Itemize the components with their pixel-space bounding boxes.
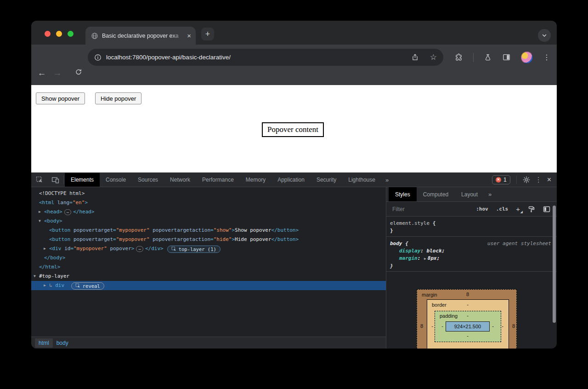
tab-close-icon[interactable]: × xyxy=(187,32,191,39)
close-window-button[interactable] xyxy=(45,31,51,37)
expand-arrow-open-icon[interactable]: ▼ xyxy=(34,272,36,281)
browser-menu-icon[interactable]: ⋮ xyxy=(543,53,550,62)
reload-icon xyxy=(75,68,83,76)
dom-tree-node[interactable]: <button popovertarget="mypopover" popove… xyxy=(31,226,386,235)
expand-shorthand-icon[interactable]: ▶ xyxy=(424,257,428,261)
new-style-rule-button[interactable]: +◢ xyxy=(516,205,520,213)
expand-arrow-open-icon[interactable]: ▼ xyxy=(39,217,41,226)
address-bar[interactable]: localhost:7800/popover-api/basic-declara… xyxy=(88,49,443,66)
css-property-display[interactable]: display: block; xyxy=(390,247,552,255)
zoom-window-button[interactable] xyxy=(68,31,74,37)
more-tabs-icon[interactable]: » xyxy=(381,173,392,187)
site-info-icon[interactable] xyxy=(94,54,102,61)
devtools-tab-console[interactable]: Console xyxy=(100,173,132,187)
devtools-tab-memory[interactable]: Memory xyxy=(240,173,271,187)
settings-gear-icon[interactable] xyxy=(523,176,530,183)
breadcrumb-body[interactable]: body xyxy=(53,338,72,348)
element-style-rule[interactable]: element.style { } xyxy=(386,217,557,237)
dom-tree-node[interactable]: <!DOCTYPE html> xyxy=(31,189,386,198)
devtools-tab-performance[interactable]: Performance xyxy=(196,173,240,187)
element-style-selector: element.style xyxy=(390,220,430,226)
inspect-element-icon[interactable] xyxy=(31,173,48,187)
box-model-diagram[interactable]: margin border padding 924×21.500 8 - xyxy=(386,286,557,349)
styles-sidebar: StylesComputedLayout» :hov .cls +◢ xyxy=(386,187,557,349)
padding-right-value[interactable]: - xyxy=(488,323,498,329)
toggle-hover-state-button[interactable]: :hov xyxy=(476,206,488,212)
border-left-value[interactable]: - xyxy=(427,323,437,329)
collapsed-children-icon[interactable]: … xyxy=(136,246,143,252)
sidebar-scrollbar[interactable] xyxy=(553,206,556,323)
top-layer-badge[interactable]: top-layer (1) xyxy=(167,246,220,253)
hide-popover-button[interactable]: Hide popover xyxy=(95,92,141,104)
devtools-tab-network[interactable]: Network xyxy=(164,173,196,187)
devtools-tab-sources[interactable]: Sources xyxy=(132,173,164,187)
dom-tree-node[interactable]: ▼<body> xyxy=(31,217,386,226)
dom-tree-node[interactable]: <button popovertarget="mypopover" popove… xyxy=(31,235,386,244)
border-top-value[interactable]: - xyxy=(463,302,473,307)
dom-tree-node-selected[interactable]: ▶↳ div reveal xyxy=(31,281,386,290)
dom-tree-node[interactable]: <html lang="en"> xyxy=(31,198,386,207)
page-viewport: Show popover Hide popover Popover conten… xyxy=(31,85,557,172)
minimize-window-button[interactable] xyxy=(56,31,62,37)
devtools-tab-lighthouse[interactable]: Lighthouse xyxy=(342,173,381,187)
browser-tab[interactable]: Basic declarative popover exa × xyxy=(85,27,196,45)
reload-button[interactable] xyxy=(75,68,83,78)
show-popover-button[interactable]: Show popover xyxy=(36,92,85,104)
css-property-margin[interactable]: margin: ▶8px; xyxy=(390,255,552,263)
border-right-value[interactable]: - xyxy=(498,323,508,329)
padding-top-value[interactable]: - xyxy=(463,313,473,318)
forward-button[interactable]: → xyxy=(53,68,62,78)
toggle-class-button[interactable]: .cls xyxy=(496,206,509,212)
sidebar-tab-styles[interactable]: Styles xyxy=(389,187,417,201)
tab-title: Basic declarative popover exa xyxy=(102,33,184,39)
tab-strip: Basic declarative popover exa × + xyxy=(31,21,557,45)
back-button[interactable]: ← xyxy=(38,68,46,78)
toolbar-right-cluster: ⋮ xyxy=(454,49,550,66)
margin-right-value[interactable]: 8 xyxy=(509,323,519,329)
profile-avatar[interactable] xyxy=(521,51,533,63)
extensions-icon[interactable] xyxy=(454,53,463,62)
dom-tree-node[interactable]: </html> xyxy=(31,263,386,272)
user-agent-style-rule[interactable]: body { user agent stylesheet display: bl… xyxy=(386,237,557,272)
sidebar-toggle-icon[interactable] xyxy=(543,206,550,213)
breadcrumb-html[interactable]: html xyxy=(35,338,53,348)
browser-window: Basic declarative popover exa × + ← → xyxy=(31,21,557,349)
padding-left-value[interactable]: - xyxy=(437,323,447,329)
devtools-tab-elements[interactable]: Elements xyxy=(65,173,100,187)
rendering-paint-icon[interactable] xyxy=(528,206,535,213)
margin-left-value[interactable]: 8 xyxy=(417,323,427,329)
error-badge[interactable]: ✕ 1 xyxy=(492,175,510,184)
reveal-badge[interactable]: reveal xyxy=(71,282,104,290)
chevron-down-icon xyxy=(541,32,548,39)
box-model-content[interactable]: 924×21.500 xyxy=(446,321,490,332)
sidebar-tab-layout[interactable]: Layout xyxy=(455,187,484,201)
devtools-menu-icon[interactable]: ⋮ xyxy=(535,176,542,184)
styles-filter-input[interactable] xyxy=(392,206,461,212)
expand-arrow-closed-icon[interactable]: ▶ xyxy=(39,207,41,217)
dom-tree-node[interactable]: </body> xyxy=(31,253,386,263)
dom-tree-node[interactable]: ▶<div id="mypopover" popover>…</div>top-… xyxy=(31,244,386,253)
expand-arrow-closed-icon[interactable]: ▶ xyxy=(44,281,46,290)
devtools-toolbar-right: ✕ 1 ⋮ × xyxy=(492,173,557,187)
sidebar-more-tabs-icon[interactable]: » xyxy=(484,187,495,201)
new-tab-button[interactable]: + xyxy=(201,28,214,40)
side-panel-icon[interactable] xyxy=(502,53,511,62)
devtools-tab-application[interactable]: Application xyxy=(271,173,311,187)
share-icon[interactable] xyxy=(411,53,419,61)
tab-search-button[interactable] xyxy=(538,29,551,42)
expand-arrow-closed-icon[interactable]: ▶ xyxy=(44,244,46,253)
toolbar-divider xyxy=(473,53,474,62)
sidebar-tab-computed[interactable]: Computed xyxy=(417,187,455,201)
devtools-tab-security[interactable]: Security xyxy=(311,173,342,187)
bookmark-star-icon[interactable]: ☆ xyxy=(430,53,437,61)
device-toolbar-icon[interactable] xyxy=(48,173,62,187)
dom-tree: <!DOCTYPE html><html lang="en">▶<head>…<… xyxy=(31,187,386,337)
url-text[interactable]: localhost:7800/popover-api/basic-declara… xyxy=(106,54,411,61)
devtools-close-icon[interactable]: × xyxy=(547,176,551,184)
dom-tree-node[interactable]: ▶<head>…</head> xyxy=(31,207,386,217)
padding-bottom-value[interactable]: - xyxy=(463,333,473,338)
dom-tree-node[interactable]: ▼#top-layer xyxy=(31,272,386,281)
margin-top-value[interactable]: 8 xyxy=(463,292,473,297)
experiments-flask-icon[interactable] xyxy=(484,53,492,62)
collapsed-children-icon[interactable]: … xyxy=(64,209,71,215)
